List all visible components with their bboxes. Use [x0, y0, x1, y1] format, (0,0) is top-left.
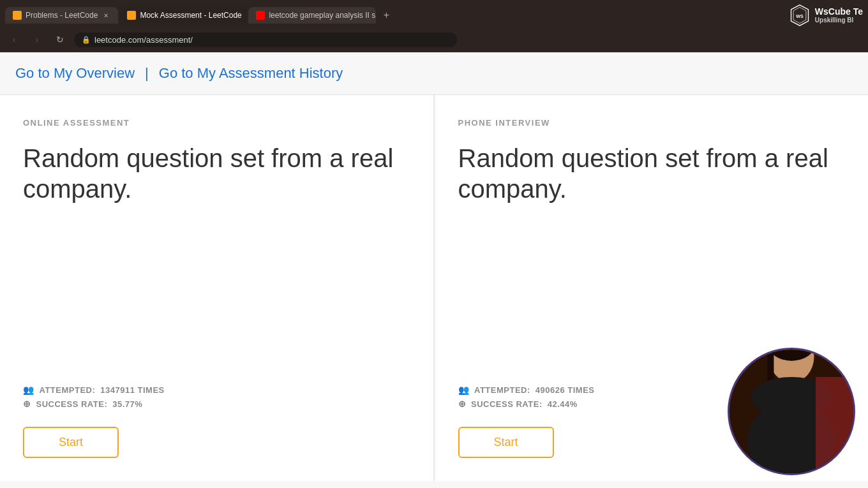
phone-interview-category: PHONE INTERVIEW [458, 118, 846, 128]
new-tab-button[interactable]: + [377, 6, 395, 24]
online-attempted-row: 👥 ATTEMPTED: 1347911 TIMES [23, 385, 410, 395]
tab-mock[interactable]: Mock Assessment - LeetCode ✕ [119, 7, 247, 24]
people-icon-2: 👥 [458, 385, 470, 395]
back-button[interactable]: ‹ [5, 31, 23, 48]
online-attempted-value: 1347911 TIMES [100, 385, 164, 395]
nav-links: Go to My Overview | Go to My Assessment … [0, 52, 868, 95]
browser-chrome: Problems - LeetCode ✕ Mock Assessment - … [0, 0, 868, 52]
wscube-hex-icon: WS [788, 4, 811, 27]
wscube-logo: WS WsCube Te Upskilling Bl [788, 4, 863, 27]
tab-favicon-lc [13, 11, 22, 20]
phone-success-label: SUCCESS RATE: [471, 399, 542, 409]
forward-button[interactable]: › [28, 31, 46, 48]
phone-success-value: 42.44% [548, 399, 578, 409]
tab-label-yt: leetcode gameplay analysis II s... [269, 11, 376, 20]
online-assessment-title: Random question set from a real company. [23, 143, 410, 204]
online-success-row: ⊕ SUCCESS RATE: 35.77% [23, 399, 410, 409]
people-icon-1: 👥 [23, 385, 34, 395]
online-assessment-start-button[interactable]: Start [23, 427, 119, 458]
online-assessment-card: ONLINE ASSESSMENT Random question set fr… [0, 95, 434, 481]
tab-favicon-yt [256, 11, 265, 20]
person-silhouette-icon [730, 350, 853, 473]
tab-close-mock[interactable]: ✕ [246, 11, 248, 20]
target-icon-1: ⊕ [23, 399, 31, 409]
tab-favicon-mock [127, 11, 136, 20]
svg-rect-10 [816, 377, 853, 473]
brand-sub: Upskilling Bl [815, 17, 863, 24]
online-success-value: 35.77% [112, 399, 142, 409]
tab-youtube[interactable]: leetcode gameplay analysis II s... ✕ [248, 7, 376, 24]
svg-text:WS: WS [796, 13, 804, 19]
online-assessment-category: ONLINE ASSESSMENT [23, 118, 410, 128]
address-bar[interactable]: 🔒 leetcode.com/assessment/ [74, 33, 457, 47]
tab-close-problems[interactable]: ✕ [101, 11, 110, 20]
webcam-person [730, 350, 853, 473]
phone-interview-start-button[interactable]: Start [458, 427, 554, 458]
tab-label-problems: Problems - LeetCode [26, 11, 98, 20]
address-bar-row: ‹ › ↻ 🔒 leetcode.com/assessment/ [0, 27, 868, 52]
online-success-label: SUCCESS RATE: [36, 399, 108, 409]
address-text: leetcode.com/assessment/ [94, 35, 193, 45]
phone-attempted-value: 490626 TIMES [535, 385, 595, 395]
history-link[interactable]: Go to My Assessment History [159, 65, 343, 82]
tab-problems[interactable]: Problems - LeetCode ✕ [5, 7, 118, 24]
refresh-button[interactable]: ↻ [51, 31, 69, 48]
tab-label-mock: Mock Assessment - LeetCode [140, 11, 241, 20]
webcam-overlay [728, 348, 855, 475]
online-assessment-stats: 👥 ATTEMPTED: 1347911 TIMES ⊕ SUCCESS RAT… [23, 385, 410, 409]
brand-name: WsCube Te [815, 6, 863, 17]
lock-icon: 🔒 [82, 36, 91, 44]
online-attempted-label: ATTEMPTED: [40, 385, 96, 395]
phone-attempted-label: ATTEMPTED: [474, 385, 530, 395]
overview-link[interactable]: Go to My Overview [15, 65, 135, 82]
tab-bar: Problems - LeetCode ✕ Mock Assessment - … [0, 0, 868, 27]
phone-interview-title: Random question set from a real company. [458, 143, 846, 204]
target-icon-2: ⊕ [458, 399, 467, 409]
nav-divider: | [145, 65, 149, 82]
